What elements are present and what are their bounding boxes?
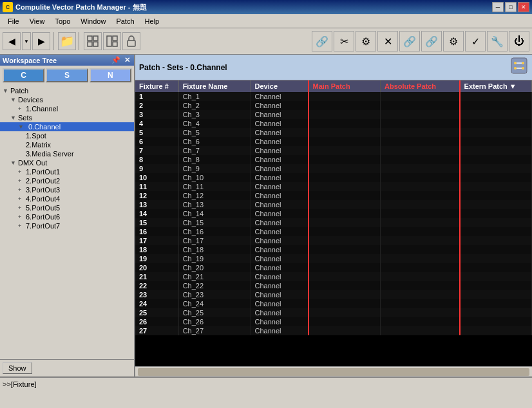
table-row[interactable]: 15Ch_15Channel (135, 218, 532, 227)
col-fixture-num[interactable]: Fixture # (135, 80, 178, 92)
tree-item-sets[interactable]: ▼Sets (0, 113, 134, 122)
table-row[interactable]: 16Ch_16Channel (135, 227, 532, 236)
check-icon[interactable]: ✓ (465, 31, 486, 51)
tree-item-set-channel[interactable]: ▼0.Channel (0, 122, 134, 131)
cell-ext-patch (460, 308, 532, 317)
tree-item-devices[interactable]: ▼Devices (0, 95, 134, 104)
s-button[interactable]: S (46, 68, 88, 82)
cell-device: Channel (251, 254, 309, 263)
gear-icon-2[interactable]: ⚙ (443, 31, 464, 51)
dropdown-button[interactable]: ▼ (22, 32, 31, 50)
table-row[interactable]: 11Ch_11Channel (135, 182, 532, 191)
lock-button[interactable] (122, 32, 140, 50)
patch-table-container[interactable]: Fixture # Fixture Name Device Main Patch… (135, 80, 532, 366)
table-row[interactable]: 21Ch_21Channel (135, 272, 532, 281)
layout-btn-1[interactable] (84, 32, 102, 50)
table-row[interactable]: 19Ch_19Channel (135, 254, 532, 263)
tree-item-portout1[interactable]: +1.PortOut1 (0, 167, 134, 176)
table-row[interactable]: 26Ch_26Channel (135, 317, 532, 326)
cell-abs-patch (380, 299, 459, 308)
table-row[interactable]: 4Ch_4Channel (135, 119, 532, 128)
menu-item-patch[interactable]: Patch (111, 16, 139, 26)
show-button[interactable]: Show (3, 362, 32, 374)
c-button[interactable]: C (3, 68, 44, 82)
table-row[interactable]: 5Ch_5Channel (135, 128, 532, 137)
link-icon-1[interactable]: 🔗 (312, 31, 332, 51)
table-row[interactable]: 27Ch_27Channel (135, 326, 532, 335)
cell-abs-patch (380, 110, 459, 119)
tree-item-portout2[interactable]: +2.PortOut2 (0, 176, 134, 185)
link-icon-3[interactable]: 🔗 (421, 31, 442, 51)
cell-main-patch (309, 218, 381, 227)
power-icon[interactable]: ⏻ (509, 31, 529, 51)
gear-icon-1[interactable]: ⚙ (356, 31, 376, 51)
col-fixture-name[interactable]: Fixture Name (178, 80, 251, 92)
table-row[interactable]: 17Ch_17Channel (135, 236, 532, 245)
tree-item-patch[interactable]: ▼Patch (0, 86, 134, 95)
table-row[interactable]: 23Ch_23Channel (135, 290, 532, 299)
menu-item-window[interactable]: Window (75, 16, 111, 26)
tree-item-dmx-out[interactable]: ▼DMX Out (0, 158, 134, 167)
cell-abs-patch (380, 227, 459, 236)
table-row[interactable]: 1Ch_1Channel (135, 92, 532, 101)
n-button[interactable]: N (90, 68, 131, 82)
tree-item-portout6[interactable]: +6.PortOut6 (0, 212, 134, 221)
table-row[interactable]: 22Ch_22Channel (135, 281, 532, 290)
sidebar: Workspace Tree 📌 ✕ C S N ▼Patch▼Devices+… (0, 55, 135, 376)
table-row[interactable]: 8Ch_8Channel (135, 155, 532, 164)
x-icon[interactable]: ✕ (377, 31, 398, 51)
close-button[interactable]: ✕ (518, 2, 529, 12)
table-row[interactable]: 25Ch_25Channel (135, 308, 532, 317)
col-main-patch[interactable]: Main Patch (309, 80, 381, 92)
table-row[interactable]: 18Ch_18Channel (135, 245, 532, 254)
cell-abs-patch (380, 92, 459, 101)
folder-button[interactable]: 📁 (58, 32, 76, 50)
forward-button[interactable]: ▶ (32, 32, 50, 50)
table-row[interactable]: 7Ch_7Channel (135, 146, 532, 155)
table-row[interactable]: 3Ch_3Channel (135, 110, 532, 119)
table-row[interactable]: 2Ch_2Channel (135, 101, 532, 110)
table-row[interactable]: 9Ch_9Channel (135, 164, 532, 173)
tree-item-portout7[interactable]: +7.PortOut7 (0, 221, 134, 230)
tree-item-media-server[interactable]: 3.Media Server (0, 149, 134, 158)
cell-abs-patch (380, 191, 459, 200)
horizontal-scrollbar[interactable] (135, 366, 532, 376)
table-row[interactable]: 14Ch_14Channel (135, 209, 532, 218)
cell-device: Channel (251, 182, 309, 191)
tree-item-channel[interactable]: +1.Channel (0, 104, 134, 113)
tree-item-matrix[interactable]: 2.Matrix (0, 140, 134, 149)
cut-icon[interactable]: ✂ (334, 31, 354, 51)
table-row[interactable]: 13Ch_13Channel (135, 200, 532, 209)
tree-item-portout3[interactable]: +3.PortOut3 (0, 185, 134, 194)
close-sidebar-icon[interactable]: ✕ (123, 56, 131, 64)
col-extern-patch[interactable]: Extern Patch ▼ (460, 80, 532, 92)
back-button[interactable]: ◀ (3, 32, 21, 50)
svg-rect-6 (113, 42, 117, 46)
menu-item-file[interactable]: File (3, 16, 24, 26)
menu-item-view[interactable]: View (24, 16, 50, 26)
cell-fixture-num: 27 (135, 326, 178, 335)
wrench-icon[interactable]: 🔧 (487, 31, 508, 51)
table-row[interactable]: 20Ch_20Channel (135, 263, 532, 272)
maximize-button[interactable]: □ (505, 2, 517, 12)
cell-ext-patch (460, 173, 532, 182)
cell-fixture-name: Ch_11 (178, 182, 251, 191)
cell-fixture-num: 19 (135, 254, 178, 263)
tree-item-portout4[interactable]: +4.PortOut4 (0, 194, 134, 203)
link-icon-2[interactable]: 🔗 (399, 31, 420, 51)
tree-item-portout5[interactable]: +5.PortOut5 (0, 203, 134, 212)
table-row[interactable]: 24Ch_24Channel (135, 299, 532, 308)
svg-rect-1 (93, 36, 98, 41)
table-row[interactable]: 10Ch_10Channel (135, 173, 532, 182)
col-absolute-patch[interactable]: Absolute Patch (380, 80, 459, 92)
col-device[interactable]: Device (251, 80, 309, 92)
cell-main-patch (309, 119, 381, 128)
table-row[interactable]: 6Ch_6Channel (135, 137, 532, 146)
menu-item-topo[interactable]: Topo (50, 16, 75, 26)
tree-item-spot[interactable]: 1.Spot (0, 131, 134, 140)
minimize-button[interactable]: ─ (492, 2, 504, 12)
layout-btn-2[interactable] (103, 32, 121, 50)
menu-item-help[interactable]: Help (140, 16, 165, 26)
pin-icon[interactable]: 📌 (110, 56, 122, 64)
table-row[interactable]: 12Ch_12Channel (135, 191, 532, 200)
